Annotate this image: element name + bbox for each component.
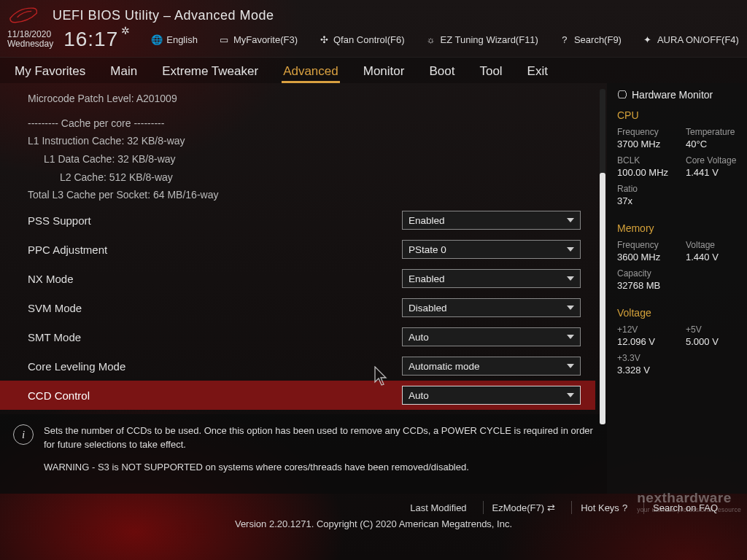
mem-cap-label: Capacity [617,268,670,279]
option-svm[interactable]: SVM Mode Disabled [28,293,592,322]
footer-buttons: Last Modified EzMode(F7)⇄ Hot Keys ? Sea… [0,497,747,518]
tab-favorites[interactable]: My Favorites [13,61,87,83]
aura-label: AURA ON/OFF(F4) [657,34,739,45]
hardware-monitor-sidebar: 🖵 Hardware Monitor CPU Frequency3700 MHz… [607,83,747,494]
sidebar-title-text: Hardware Monitor [632,89,713,101]
title-bar: UEFI BIOS Utility – Advanced Mode [0,0,747,28]
dropdown-value: Auto [409,332,429,343]
tab-boot[interactable]: Boot [427,61,456,83]
bclk-value: 100.00 MHz [617,167,670,178]
content-area: Microcode Patch Level: A201009 ---------… [0,83,747,494]
tab-tweaker[interactable]: Extreme Tweaker [160,61,260,83]
help-warning: WARNING - S3 is NOT SUPPORTED on systems… [44,461,594,475]
tab-advanced[interactable]: Advanced [282,61,340,83]
cpu-row-1: Frequency3700 MHz Temperature40°C [617,127,738,149]
l2-info: L2 Cache: 512 KB/8-way [28,170,592,186]
dropdown-core-leveling[interactable]: Automatic mode [402,357,581,376]
option-ccd-control[interactable]: CCD Control Auto [0,381,595,410]
aura-button[interactable]: ✦ AURA ON/OFF(F4) [642,34,739,45]
option-label: PPC Adjustment [28,244,402,256]
globe-icon: 🌐 [151,34,163,45]
tab-monitor[interactable]: Monitor [362,61,406,83]
watermark-main: nexthardware [637,490,732,505]
settings-list: Microcode Patch Level: A201009 ---------… [0,89,607,414]
monitor-icon: 🖵 [617,89,627,101]
tab-exit[interactable]: Exit [526,61,549,83]
chevron-down-icon [567,393,574,397]
mem-row-1: Frequency3600 MHz Voltage1.440 V [617,240,738,262]
favorite-icon: ▭ [218,34,230,45]
help-text-block: Sets the number of CCDs to be used. Once… [44,424,594,475]
mem-cap-value: 32768 MB [617,280,670,291]
last-modified-label: Last Modified [410,502,466,513]
option-label: NX Mode [28,273,402,285]
scrollbar-thumb[interactable] [600,173,605,424]
ezmode-button[interactable]: EzMode(F7)⇄ [483,501,565,514]
dropdown-value: PState 0 [409,244,446,255]
bulb-icon: ☼ [425,34,437,45]
group-memory: Memory [617,222,738,234]
dropdown-ppc[interactable]: PState 0 [402,240,581,259]
dropdown-nx[interactable]: Enabled [402,269,581,288]
date-block: 11/18/2020 Wednesday [7,30,53,48]
cpu-row-2: BCLK100.00 MHz Core Voltage1.441 V [617,155,738,178]
aura-icon: ✦ [642,34,654,45]
watermark-sub: your ultimate professional resource [637,506,741,513]
rog-logo [7,5,39,26]
myfavorite-button[interactable]: ▭ MyFavorite(F3) [218,34,298,45]
info-icon: i [13,424,34,445]
bclk-label: BCLK [617,155,670,166]
chevron-down-icon [567,218,574,222]
eztuning-button[interactable]: ☼ EZ Tuning Wizard(F11) [425,34,538,45]
language-button[interactable]: 🌐 English [151,34,198,45]
ratio-value: 37x [617,195,670,206]
hotkeys-label: Hot Keys [581,502,619,513]
volt-row-1: +12V12.096 V +5V5.000 V [617,324,738,347]
option-ppc[interactable]: PPC Adjustment PState 0 [28,235,592,264]
footer: Last Modified EzMode(F7)⇄ Hot Keys ? Sea… [0,494,747,534]
option-nx[interactable]: NX Mode Enabled [28,264,592,293]
p5-value: 5.000 V [686,336,738,347]
app-title: UEFI BIOS Utility – Advanced Mode [53,8,274,23]
time-text: 16:17 [63,28,118,51]
fan-icon: ✣ [318,34,330,45]
option-label: PSS Support [28,214,402,227]
group-voltage: Voltage [617,307,738,319]
clock-settings-icon[interactable]: ✲ [121,25,131,36]
dropdown-value: Auto [409,390,429,401]
option-core-leveling[interactable]: Core Leveling Mode Automatic mode [28,351,592,381]
microcode-info: Microcode Patch Level: A201009 [28,91,592,107]
tab-bar: My Favorites Main Extreme Tweaker Advanc… [0,57,747,83]
l3-info: Total L3 Cache per Socket: 64 MB/16-way [28,187,592,203]
tab-main[interactable]: Main [109,61,139,83]
option-label: CCD Control [28,389,402,402]
search-label: Search(F9) [574,34,622,45]
sidebar-title: 🖵 Hardware Monitor [617,89,738,101]
mem-volt-value: 1.440 V [686,252,738,262]
option-label: SMT Mode [28,331,402,343]
option-pss[interactable]: PSS Support Enabled [28,206,592,235]
dropdown-ccd-control[interactable]: Auto [402,386,581,405]
dropdown-smt[interactable]: Auto [402,327,581,346]
dropdown-svm[interactable]: Disabled [402,298,581,317]
switch-icon: ⇄ [547,502,555,513]
hotkeys-button[interactable]: Hot Keys ? [571,501,636,514]
tab-tool[interactable]: Tool [478,61,503,83]
cv-value: 1.441 V [686,167,738,178]
chevron-down-icon [567,306,574,310]
freq-value: 3700 MHz [617,139,670,149]
qfan-button[interactable]: ✣ Qfan Control(F6) [318,34,405,45]
p12-value: 12.096 V [617,336,670,347]
main-panel: Microcode Patch Level: A201009 ---------… [0,83,607,494]
watermark: nexthardware your ultimate professional … [637,490,741,513]
option-smt[interactable]: SMT Mode Auto [28,322,592,351]
dropdown-pss[interactable]: Enabled [402,211,581,230]
last-modified-button[interactable]: Last Modified [401,501,475,514]
language-label: English [166,34,198,45]
cpu-row-3: Ratio37x [617,184,738,206]
scrollbar[interactable] [600,89,605,424]
search-button[interactable]: ? Search(F9) [559,34,622,45]
p33-value: 3.328 V [617,365,670,376]
option-label: SVM Mode [28,302,402,314]
p12-label: +12V [617,324,670,335]
